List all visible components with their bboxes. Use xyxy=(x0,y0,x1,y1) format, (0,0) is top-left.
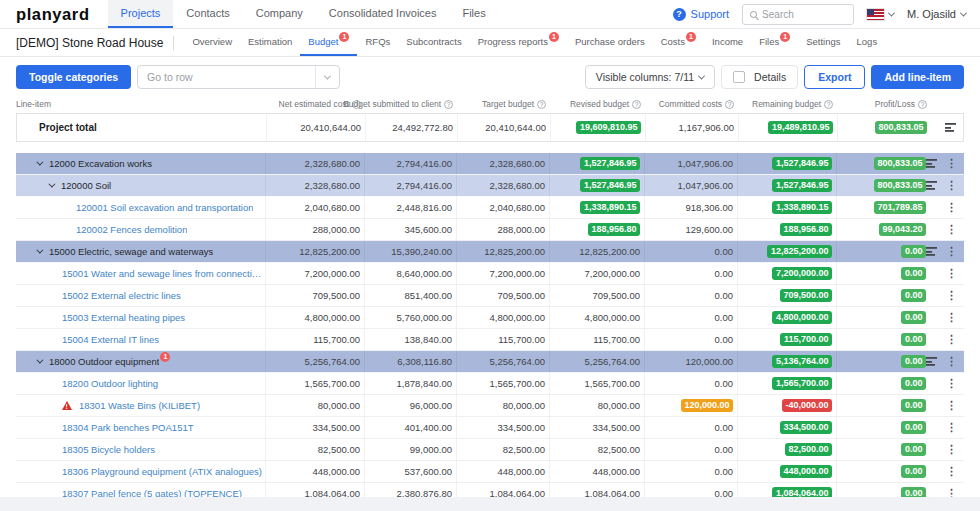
line-item-label[interactable]: 18306 Playground equipment (ATIX analogu… xyxy=(62,466,262,477)
line-item-label[interactable]: 18307 Panel fence (5 gates) (TOPFENCE) xyxy=(62,488,242,497)
target-budget-value: 12,825,200.00 xyxy=(484,246,545,257)
line-item-label[interactable]: 18305 Bicycle holders xyxy=(62,444,155,455)
search-input[interactable] xyxy=(762,9,846,20)
revised-budget-cell: 1,084,064.00 xyxy=(549,483,644,497)
table-row[interactable]: 18305 Bicycle holders82,500.0099,000.008… xyxy=(16,439,964,461)
table-row[interactable]: 18306 Playground equipment (ATIX analogu… xyxy=(16,461,964,483)
target-budget-cell: 709,500.00 xyxy=(456,285,549,306)
collapse-chevron-icon[interactable] xyxy=(36,247,43,254)
net-estimated-cost-value: 1,565,700.00 xyxy=(305,378,360,389)
table-row[interactable]: 12000 Excavation works2,328,680.002,794,… xyxy=(16,153,964,175)
net-estimated-cost-cell: 1,565,700.00 xyxy=(265,373,364,394)
table-row[interactable]: 120001 Soil excavation and transportatio… xyxy=(16,197,964,219)
kebab-menu-icon[interactable]: ⋮ xyxy=(946,246,957,257)
collapse-chevron-icon[interactable] xyxy=(36,357,43,364)
nav-item-files[interactable]: Files xyxy=(449,0,498,28)
project-total-row[interactable]: Project total20,410,644.0024,492,772.802… xyxy=(16,113,964,142)
kebab-menu-icon[interactable]: ⋮ xyxy=(946,400,957,411)
kebab-menu-icon[interactable]: ⋮ xyxy=(946,312,957,323)
kebab-menu-icon[interactable]: ⋮ xyxy=(946,224,957,235)
bar-chart-icon[interactable] xyxy=(926,357,937,366)
line-item-label[interactable]: 15003 External heating pipes xyxy=(62,312,185,323)
tab-income[interactable]: Income xyxy=(704,29,751,56)
details-checkbox[interactable] xyxy=(733,71,745,83)
kebab-menu-icon[interactable]: ⋮ xyxy=(946,488,957,497)
column-header-label: Remaining budget xyxy=(752,99,821,109)
kebab-menu-icon[interactable]: ⋮ xyxy=(946,268,957,279)
line-item-label[interactable]: 18301 Waste Bins (KILIBET) xyxy=(79,400,200,411)
line-item-label[interactable]: 120001 Soil excavation and transportatio… xyxy=(76,202,253,213)
line-item-label[interactable]: 18304 Park benches POA151T xyxy=(62,422,194,433)
table-row[interactable]: 120002 Fences demolition288,000.00345,60… xyxy=(16,219,964,241)
go-to-row-select[interactable]: Go to row xyxy=(137,65,340,89)
table-row[interactable]: !18301 Waste Bins (KILIBET)80,000.0096,0… xyxy=(16,395,964,417)
net-estimated-cost-cell: 5,256,764.00 xyxy=(265,351,364,372)
tab-files[interactable]: Files1 xyxy=(751,29,798,56)
kebab-menu-icon[interactable]: ⋮ xyxy=(946,202,957,213)
remaining-budget-cell: 7,200,000.00 xyxy=(737,263,836,284)
kebab-menu-icon[interactable]: ⋮ xyxy=(946,466,957,477)
line-item-label[interactable]: 120002 Fences demolition xyxy=(76,224,187,235)
table-row[interactable]: 15001 Water and sewage lines from connec… xyxy=(16,263,964,285)
table-row[interactable]: 15000 Electric, sewage and waterways12,8… xyxy=(16,241,964,263)
nav-item-projects[interactable]: Projects xyxy=(108,0,174,28)
table-row[interactable]: 15002 External electric lines709,500.008… xyxy=(16,285,964,307)
search-box[interactable] xyxy=(742,4,854,25)
project-bar: [DEMO] Stone Road House OverviewEstimati… xyxy=(0,29,980,57)
details-toggle[interactable]: Details xyxy=(721,65,798,89)
nav-item-contacts[interactable]: Contacts xyxy=(173,0,242,28)
tab-rfqs[interactable]: RFQs xyxy=(357,29,398,56)
line-item-label: 12000 Excavation works xyxy=(49,158,152,169)
bar-chart-icon[interactable] xyxy=(926,247,937,256)
tab-subcontracts[interactable]: Subcontracts xyxy=(398,29,469,56)
kebab-menu-icon[interactable]: ⋮ xyxy=(946,444,957,455)
line-item-label[interactable]: 15004 External IT lines xyxy=(62,334,159,345)
kebab-menu-icon[interactable]: ⋮ xyxy=(946,290,957,301)
tab-settings[interactable]: Settings xyxy=(798,29,848,56)
line-item-label[interactable]: 15002 External electric lines xyxy=(62,290,181,301)
nav-item-company[interactable]: Company xyxy=(243,0,316,28)
kebab-menu-icon[interactable]: ⋮ xyxy=(946,334,957,345)
bar-chart-icon[interactable] xyxy=(926,181,937,190)
table-row[interactable]: 18307 Panel fence (5 gates) (TOPFENCE)1,… xyxy=(16,483,964,497)
tab-costs[interactable]: Costs1 xyxy=(653,29,704,56)
table-row[interactable]: 18200 Outdoor lighting1,565,700.001,878,… xyxy=(16,373,964,395)
line-item-cell: 18000 Outdoor equipment1 xyxy=(16,351,265,372)
tab-progress-reports[interactable]: Progress reports1 xyxy=(470,29,567,56)
language-selector[interactable] xyxy=(867,9,894,20)
kebab-menu-icon[interactable]: ⋮ xyxy=(946,422,957,433)
table-row[interactable]: 18000 Outdoor equipment15,256,764.006,30… xyxy=(16,351,964,373)
tab-estimation[interactable]: Estimation xyxy=(240,29,300,56)
profit-loss-badge: 0.00 xyxy=(901,465,926,478)
table-row[interactable]: 15003 External heating pipes4,800,000.00… xyxy=(16,307,964,329)
collapse-chevron-icon[interactable] xyxy=(36,159,43,166)
user-menu[interactable]: M. Ojasild xyxy=(907,8,966,20)
table-row[interactable]: 18304 Park benches POA151T334,500.00401,… xyxy=(16,417,964,439)
kebab-menu-icon[interactable]: ⋮ xyxy=(946,356,957,367)
add-line-item-button[interactable]: Add line-item xyxy=(871,65,964,89)
tab-budget[interactable]: Budget1 xyxy=(300,29,357,56)
tab-logs[interactable]: Logs xyxy=(849,29,886,56)
toggle-categories-button[interactable]: Toggle categories xyxy=(16,65,131,89)
tab-overview[interactable]: Overview xyxy=(184,29,240,56)
user-name: M. Ojasild xyxy=(907,8,956,20)
bar-chart-icon[interactable] xyxy=(945,123,956,132)
select-dropdown-toggle[interactable] xyxy=(315,66,339,88)
export-button[interactable]: Export xyxy=(804,65,865,89)
collapse-chevron-icon[interactable] xyxy=(48,181,55,188)
line-item-label[interactable]: 15001 Water and sewage lines from connec… xyxy=(62,268,265,279)
table-row[interactable]: 15004 External IT lines115,700.00138,840… xyxy=(16,329,964,351)
table-row[interactable]: 120000 Soil2,328,680.002,794,416.002,328… xyxy=(16,175,964,197)
line-item-label[interactable]: 18200 Outdoor lighting xyxy=(62,378,158,389)
toolbar-left: Toggle categories Go to row xyxy=(16,65,340,89)
bar-chart-icon[interactable] xyxy=(926,159,937,168)
support-link[interactable]: ? Support xyxy=(673,8,730,21)
revised-budget-cell: 1,527,846.95 xyxy=(549,175,644,196)
visible-columns-dropdown[interactable]: Visible columns: 7/11 xyxy=(585,65,715,89)
tab-purchase-orders[interactable]: Purchase orders xyxy=(567,29,653,56)
kebab-menu-icon[interactable]: ⋮ xyxy=(946,180,957,191)
nav-item-consolidated-invoices[interactable]: Consolidated Invoices xyxy=(316,0,450,28)
kebab-menu-icon[interactable]: ⋮ xyxy=(946,158,957,169)
committed-costs-cell: 0.00 xyxy=(644,329,737,350)
kebab-menu-icon[interactable]: ⋮ xyxy=(946,378,957,389)
